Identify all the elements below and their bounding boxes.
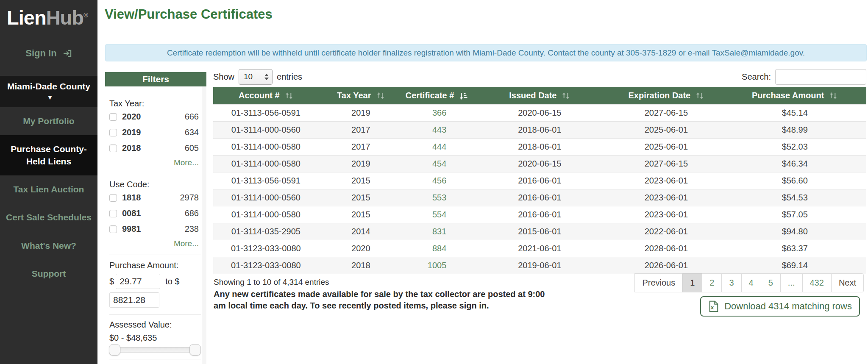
page-button[interactable]: Previous: [634, 273, 683, 292]
slider-handle-min[interactable]: [109, 344, 120, 356]
page-button[interactable]: ...: [780, 273, 803, 292]
certificate-link[interactable]: 1005: [428, 261, 447, 270]
search-input[interactable]: [775, 69, 866, 85]
table-row: 01-3113-056-0591 2015 456 2016-06-01 202…: [213, 172, 866, 189]
account-number-cell: 01-3114-000-0580: [213, 206, 319, 223]
sidebar: LienHub® Sign In Miami-Dade County ▼ My …: [0, 0, 97, 364]
issued-date-cell: 2020-06-15: [470, 155, 609, 172]
checkbox[interactable]: [109, 225, 117, 233]
certificate-link[interactable]: 366: [432, 108, 446, 117]
tax-year-cell: 2015: [319, 206, 403, 223]
sort-both-icon: [376, 92, 385, 100]
certificate-link[interactable]: 456: [432, 176, 446, 185]
certificate-link[interactable]: 443: [432, 125, 446, 134]
sidebar-item[interactable]: My Portfolio: [0, 107, 97, 135]
page-size-select[interactable]: 10: [239, 69, 273, 85]
purchase-amount-cell: $94.80: [723, 223, 866, 240]
certificates-table: Account # Tax Year Certificate # Issued …: [213, 87, 866, 274]
download-button[interactable]: x Download 4314 matching rows: [700, 296, 860, 317]
sidebar-item-label: Tax Lien Auction: [14, 184, 84, 194]
option-value: 2019: [122, 128, 141, 137]
sidebar-item-label: What's New?: [21, 241, 76, 250]
slider-handle-max[interactable]: [189, 344, 201, 356]
page-button-label: ...: [788, 278, 795, 287]
page-button[interactable]: 3: [721, 273, 741, 292]
tax-year-more-link[interactable]: More...: [109, 158, 199, 167]
table-header-row: Account # Tax Year Certificate # Issued …: [213, 87, 866, 104]
filter-option-row: 2020 666: [109, 112, 201, 122]
page-button[interactable]: Next: [831, 273, 864, 292]
purchase-amount-cell: $57.05: [723, 206, 866, 223]
page-button-label: 1: [690, 278, 695, 287]
page-button[interactable]: 1: [682, 273, 702, 292]
certificate-link[interactable]: 884: [432, 244, 446, 253]
issued-date-cell: 2016-06-01: [470, 172, 609, 189]
tax-year-cell: 2014: [319, 223, 403, 240]
page-button-label: 5: [768, 278, 773, 287]
purchase-amount-cell: $63.37: [723, 240, 866, 257]
table-row: 01-3114-000-0580 2017 444 2018-06-01 202…: [213, 138, 866, 155]
divider: [109, 93, 201, 93]
divider: [109, 255, 201, 255]
page-size-value: 10: [244, 72, 253, 81]
certificate-link[interactable]: 553: [432, 193, 446, 202]
filters-scrollbar[interactable]: [202, 86, 206, 364]
filter-option-row: 1818 2978: [109, 193, 201, 203]
checkbox[interactable]: [109, 129, 117, 136]
option-value: 2018: [122, 143, 141, 153]
expiration-date-cell: 2026-06-01: [609, 257, 723, 274]
tax-year-cell: 2018: [319, 257, 403, 274]
checkbox[interactable]: [109, 210, 117, 217]
sign-in-label: Sign In: [25, 48, 56, 58]
table-row: 01-3114-000-0560 2017 443 2018-06-01 202…: [213, 121, 866, 138]
tax-year-options: 2020 666 2019 634 2018 605: [109, 112, 201, 153]
certificate-cell: 456: [403, 172, 470, 189]
certificate-link[interactable]: 444: [432, 142, 446, 151]
purchase-amount-min-input[interactable]: [116, 274, 160, 289]
use-code-more-link[interactable]: More...: [109, 239, 199, 248]
page-title: View/Purchase Certificates: [105, 7, 273, 22]
tax-year-label: Tax Year:: [109, 99, 201, 108]
expiration-date-cell: 2023-06-01: [609, 189, 723, 206]
page-button[interactable]: 4: [741, 273, 761, 292]
checkbox[interactable]: [109, 194, 117, 202]
column-header-purchase-amount[interactable]: Purchase Amount: [723, 87, 866, 104]
page-button[interactable]: 2: [702, 273, 722, 292]
county-selector[interactable]: Miami-Dade County ▼: [0, 76, 97, 107]
certificate-link[interactable]: 454: [432, 159, 446, 168]
sidebar-item[interactable]: Purchase County-Held Liens: [0, 135, 97, 175]
page-button[interactable]: 432: [802, 273, 832, 292]
option-count: 2978: [180, 193, 202, 203]
checkbox[interactable]: [109, 113, 117, 121]
column-header-certificate[interactable]: Certificate #: [403, 87, 470, 104]
purchase-amount-cell: $46.34: [723, 155, 866, 172]
notice-banner: Certificate redemption will be withheld …: [105, 44, 867, 61]
page-button[interactable]: 5: [761, 273, 781, 292]
column-header-tax-year[interactable]: Tax Year: [319, 87, 403, 104]
certificate-cell: 366: [403, 104, 470, 121]
certificate-link[interactable]: 831: [432, 227, 446, 236]
logo-hub: Hub: [46, 6, 83, 29]
column-label: Expiration Date: [629, 91, 691, 100]
logo-lien: Lien: [7, 6, 46, 29]
sign-in-button[interactable]: Sign In: [0, 48, 97, 59]
purchase-amount-max-input[interactable]: [109, 292, 159, 308]
table-row: 01-3114-000-0580 2015 554 2016-06-01 202…: [213, 206, 866, 223]
column-header-expiration-date[interactable]: Expiration Date: [609, 87, 723, 104]
assessed-value-slider[interactable]: [109, 347, 200, 353]
account-number-cell: 01-3114-000-0580: [213, 155, 319, 172]
checkbox[interactable]: [109, 144, 117, 152]
purchase-amount-cell: $48.99: [723, 121, 866, 138]
sidebar-item-label: Cert Sale Schedules: [6, 212, 92, 222]
certificate-cell: 553: [403, 189, 470, 206]
certificate-link[interactable]: 554: [432, 210, 446, 219]
sidebar-item[interactable]: Support: [0, 260, 97, 288]
sidebar-item[interactable]: Tax Lien Auction: [0, 175, 97, 203]
sidebar-item[interactable]: Cert Sale Schedules: [0, 203, 97, 231]
column-header-issued-date[interactable]: Issued Date: [470, 87, 609, 104]
column-header-account[interactable]: Account #: [213, 87, 319, 104]
lienhub-logo[interactable]: LienHub®: [0, 0, 97, 29]
column-label: Account #: [239, 91, 280, 100]
sidebar-item[interactable]: What's New?: [0, 232, 97, 260]
purchase-amount-cell: $56.60: [723, 172, 866, 189]
